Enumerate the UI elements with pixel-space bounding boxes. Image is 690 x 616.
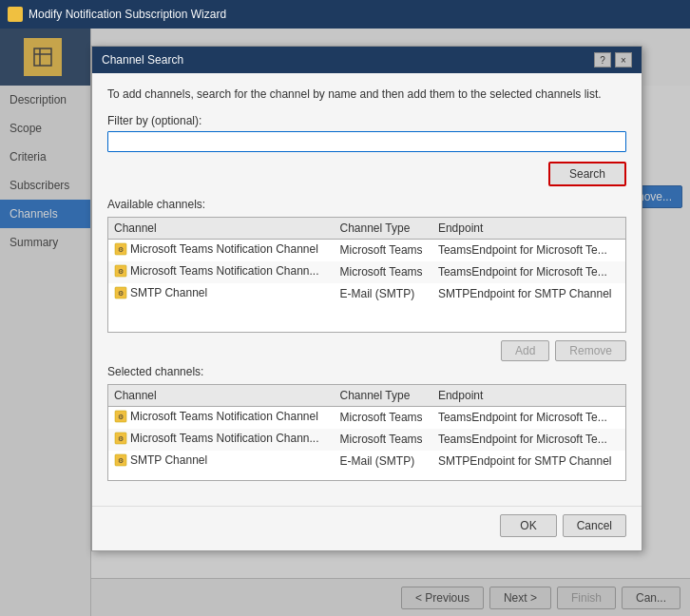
dialog-titlebar: Channel Search ? × [92,47,642,73]
sel-col-endpoint-header: Endpoint [432,385,625,407]
col-channel-header: Channel [108,218,334,240]
selected-channel-type: Microsoft Teams [334,429,431,451]
dialog-body: To add channels, search for the channel … [92,73,642,502]
available-channels-label: Available channels: [107,198,626,211]
selected-channel-row[interactable]: ⚙ Microsoft Teams Notification Channel M… [108,406,625,429]
app-title: Modify Notification Subscription Wizard [29,8,226,21]
available-channel-endpoint: TeamsEndpoint for Microsoft Te... [432,261,625,283]
col-endpoint-header: Endpoint [432,218,625,240]
dialog-cancel-button[interactable]: Cancel [563,514,626,537]
available-actions: Add Remove [107,340,626,361]
selected-channels-label: Selected channels: [107,365,626,378]
sel-col-type-header: Channel Type [334,385,431,407]
svg-text:⚙: ⚙ [118,457,124,464]
app-titlebar: Modify Notification Subscription Wizard [0,0,690,29]
available-channel-row[interactable]: ⚙ SMTP Channel E-Mail (SMTP) SMTPEndpoin… [108,283,625,305]
filter-row [107,131,626,152]
svg-text:⚙: ⚙ [118,290,124,297]
remove-available-button[interactable]: Remove [555,340,626,361]
svg-text:⚙: ⚙ [118,414,124,420]
svg-text:⚙: ⚙ [118,435,124,442]
dialog-instruction: To add channels, search for the channel … [107,87,626,103]
add-button[interactable]: Add [501,340,549,361]
available-channel-type: Microsoft Teams [334,239,431,261]
available-table-scroll[interactable]: Channel Channel Type Endpoint ⚙ Microsof… [108,218,625,332]
available-channel-row[interactable]: ⚙ Microsoft Teams Notification Chann... … [108,261,625,283]
filter-input[interactable] [107,131,626,152]
channel-search-dialog: Channel Search ? × To add channels, sear… [91,46,642,551]
search-button[interactable]: Search [548,162,626,186]
close-button[interactable]: × [615,52,632,67]
selected-channel-name: ⚙ Microsoft Teams Notification Channel [108,406,334,429]
available-channel-type: Microsoft Teams [334,261,431,283]
available-channels-container: Channel Channel Type Endpoint ⚙ Microsof… [107,217,626,333]
selected-channels-table: Channel Channel Type Endpoint ⚙ Microsof… [108,385,625,472]
selected-channel-endpoint: TeamsEndpoint for Microsoft Te... [432,406,625,429]
selected-channel-row[interactable]: ⚙ SMTP Channel E-Mail (SMTP) SMTPEndpoin… [108,451,625,472]
selected-table-scroll[interactable]: Channel Channel Type Endpoint ⚙ Microsof… [108,385,625,480]
available-channels-table: Channel Channel Type Endpoint ⚙ Microsof… [108,218,625,305]
selected-channel-row[interactable]: ⚙ Microsoft Teams Notification Chann... … [108,429,625,451]
available-channel-name: ⚙ Microsoft Teams Notification Channel [108,239,334,261]
selected-channels-container: Channel Channel Type Endpoint ⚙ Microsof… [107,384,626,481]
dialog-titlebar-buttons: ? × [594,52,632,67]
svg-text:⚙: ⚙ [118,246,124,253]
col-type-header: Channel Type [334,218,431,240]
available-channel-name: ⚙ SMTP Channel [108,283,334,305]
selected-channel-name: ⚙ Microsoft Teams Notification Chann... [108,429,334,451]
selected-channel-endpoint: TeamsEndpoint for Microsoft Te... [432,429,625,451]
ok-button[interactable]: OK [500,514,556,537]
dialog-title: Channel Search [102,53,183,67]
dialog-footer: OK Cancel [92,506,642,550]
selected-channel-name: ⚙ SMTP Channel [108,451,334,472]
available-channel-type: E-Mail (SMTP) [334,283,431,305]
app-icon [8,7,23,22]
available-channel-name: ⚙ Microsoft Teams Notification Chann... [108,261,334,283]
available-channel-endpoint: SMTPEndpoint for SMTP Channel [432,283,625,305]
sel-col-channel-header: Channel [108,385,334,407]
help-button[interactable]: ? [594,52,611,67]
selected-channel-type: Microsoft Teams [334,406,431,429]
search-btn-wrapper: Search [107,162,626,186]
available-channel-endpoint: TeamsEndpoint for Microsoft Te... [432,239,625,261]
available-channel-row[interactable]: ⚙ Microsoft Teams Notification Channel M… [108,239,625,261]
selected-channel-endpoint: SMTPEndpoint for SMTP Channel [432,451,625,472]
selected-channel-type: E-Mail (SMTP) [334,451,431,472]
svg-text:⚙: ⚙ [118,268,124,275]
filter-label: Filter by (optional): [107,114,626,127]
